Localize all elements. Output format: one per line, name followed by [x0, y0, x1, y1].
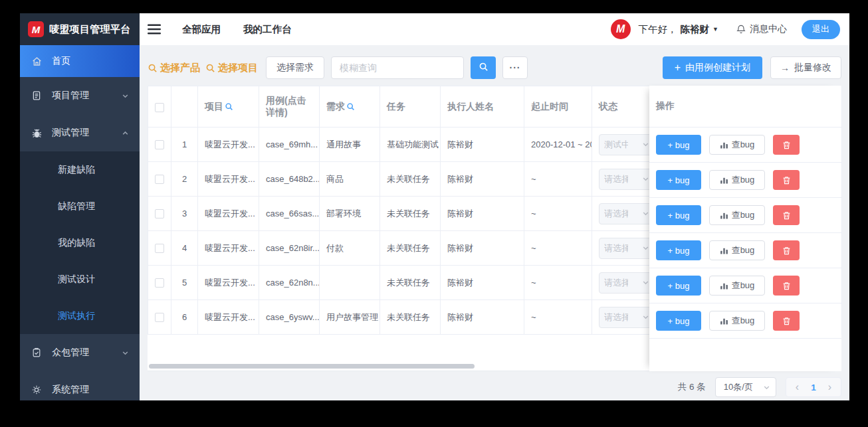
gear-icon	[31, 384, 43, 396]
add-bug-button[interactable]: + bug	[656, 205, 701, 225]
more-filters-button[interactable]: ···	[502, 56, 528, 79]
cell-select	[148, 266, 171, 300]
column-label: 用例(点击详情)	[266, 95, 312, 119]
add-bug-button[interactable]: + bug	[656, 240, 701, 260]
status-select[interactable]: 请选择	[599, 238, 655, 259]
next-page-button[interactable]: ›	[828, 382, 831, 392]
sidebar-item-crowdsourcing-management[interactable]: 众包管理	[20, 334, 140, 371]
cell-select	[148, 197, 171, 231]
select-all-checkbox[interactable]	[155, 103, 164, 112]
delete-button[interactable]	[773, 205, 800, 225]
status-select[interactable]: 请选择	[599, 169, 655, 190]
create-plan-from-case-button[interactable]: + 由用例创建计划	[663, 56, 762, 79]
cell-usecase[interactable]: case_62n8ir...	[259, 231, 320, 266]
sidebar-item-home[interactable]: 首页	[20, 45, 140, 77]
view-bug-button[interactable]: 查bug	[709, 311, 765, 331]
status-select[interactable]: 测试中	[599, 134, 655, 155]
delete-button[interactable]	[773, 170, 800, 190]
navbar-right: M 下午好， 陈裕财 ▼ 消息中心 退出	[611, 19, 840, 39]
cell-index: 6	[171, 300, 198, 335]
view-bug-button[interactable]: 查bug	[709, 276, 765, 296]
arrow-right-icon: →	[780, 62, 790, 73]
page-size-select[interactable]: 10条/页	[715, 377, 776, 397]
cell-usecase[interactable]: case_69mh...	[259, 128, 320, 162]
delete-button[interactable]	[773, 240, 800, 260]
delete-button[interactable]	[773, 311, 800, 331]
cell-select	[148, 128, 171, 162]
view-bug-button[interactable]: 查bug	[709, 135, 765, 155]
cell-project: 唛盟云开发...	[198, 128, 259, 162]
sidebar-item-my-defects[interactable]: 我的缺陷	[20, 224, 140, 261]
select-project-link[interactable]: 选择项目	[205, 62, 258, 74]
logout-button[interactable]: 退出	[802, 20, 840, 39]
trash-icon	[782, 316, 792, 326]
add-bug-button[interactable]: + bug	[656, 276, 701, 296]
view-bug-button[interactable]: 查bug	[709, 170, 765, 190]
view-bug-button[interactable]: 查bug	[709, 205, 765, 225]
caret-down-icon: ▼	[712, 26, 718, 33]
row-checkbox[interactable]	[155, 175, 164, 184]
bar-chart-icon	[720, 141, 728, 149]
status-select[interactable]: 请选择	[599, 307, 655, 328]
col-demand: 需求	[320, 86, 380, 128]
row-checkbox[interactable]	[155, 278, 164, 288]
cell-daterange: ~	[524, 300, 592, 335]
search-button[interactable]	[471, 56, 496, 79]
ops-column-header: 操作	[649, 86, 841, 128]
select-product-link[interactable]: 选择产品	[148, 62, 200, 74]
sidebar-item-test-design[interactable]: 测试设计	[20, 261, 140, 298]
cell-executor: 陈裕财	[441, 266, 524, 300]
sidebar-item-partial-bottom-item[interactable]: 系统管理	[20, 371, 140, 400]
delete-button[interactable]	[773, 276, 800, 296]
nav-all-apps[interactable]: 全部应用	[182, 23, 221, 36]
batch-edit-button[interactable]: → 批量修改	[770, 56, 841, 79]
search-icon[interactable]	[225, 102, 233, 111]
sidebar-item-project-management[interactable]: 项目管理	[20, 77, 140, 114]
project-icon	[31, 90, 43, 102]
add-bug-button[interactable]: + bug	[656, 311, 701, 331]
add-bug-button[interactable]: + bug	[656, 170, 701, 190]
sidebar-item-test-management[interactable]: 测试管理	[20, 114, 140, 151]
view-bug-button[interactable]: 查bug	[709, 240, 765, 260]
status-select[interactable]: 请选择	[599, 272, 655, 294]
sidebar-item-test-execution[interactable]: 测试执行	[20, 298, 140, 334]
sidebar-item-defect-management[interactable]: 缺陷管理	[20, 188, 140, 224]
cell-demand: 商品	[320, 162, 380, 197]
cell-usecase[interactable]: case_648b2...	[259, 162, 320, 197]
status-value: 请选择	[604, 242, 628, 254]
sidebar-menu: 首页项目管理测试管理新建缺陷缺陷管理我的缺陷测试设计测试执行众包管理系统管理	[20, 45, 140, 400]
cell-usecase[interactable]: case_66sas...	[259, 197, 320, 231]
pager: ‹ 1 ›	[786, 377, 841, 397]
cell-usecase[interactable]: case_62n8n...	[259, 266, 320, 300]
user-menu[interactable]: 下午好， 陈裕财 ▼	[639, 23, 718, 36]
fuzzy-search-input[interactable]	[331, 56, 464, 79]
top-navbar: 全部应用 我的工作台 M 下午好， 陈裕财 ▼ 消息中心 退出	[140, 13, 849, 45]
row-checkbox[interactable]	[155, 313, 164, 322]
add-bug-button[interactable]: + bug	[656, 135, 701, 155]
row-checkbox[interactable]	[155, 209, 164, 218]
bar-chart-icon	[720, 176, 728, 185]
prev-page-button[interactable]: ‹	[796, 382, 799, 392]
chevron-down-icon	[642, 279, 649, 286]
status-value: 请选择	[604, 208, 628, 220]
row-checkbox[interactable]	[155, 244, 164, 253]
row-checkbox[interactable]	[155, 140, 164, 149]
message-center[interactable]: 消息中心	[736, 23, 787, 35]
cell-status: 测试中	[592, 128, 655, 162]
test-execution-table: 项目用例(点击详情)需求任务执行人姓名起止时间状态操作 1唛盟云开发...cas…	[148, 86, 841, 371]
cell-executor: 陈裕财	[441, 162, 524, 197]
status-select[interactable]: 请选择	[599, 203, 655, 224]
bar-chart-icon	[720, 282, 728, 290]
current-page[interactable]: 1	[811, 383, 816, 392]
search-icon[interactable]	[346, 102, 355, 111]
nav-my-workbench[interactable]: 我的工作台	[243, 23, 292, 36]
delete-button[interactable]	[773, 135, 800, 155]
horizontal-scrollbar[interactable]	[149, 364, 475, 369]
sidebar-item-new-defect[interactable]: 新建缺陷	[20, 151, 140, 188]
cell-usecase[interactable]: case_6yswv...	[259, 300, 320, 335]
cell-task: 未关联任务	[380, 300, 441, 335]
view-bug-label: 查bug	[732, 174, 755, 186]
logo-icon: M	[28, 21, 44, 37]
select-demand-button[interactable]: 选择需求	[266, 56, 324, 79]
hamburger-menu-icon[interactable]	[148, 24, 161, 35]
